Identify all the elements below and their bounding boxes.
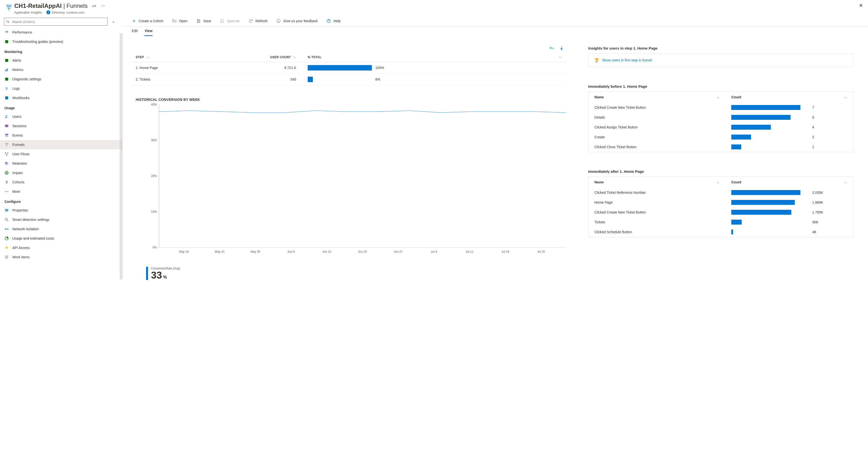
sidebar-item-performance[interactable]: Performance (0, 28, 123, 37)
y-tick: 40% (151, 103, 157, 106)
sidebar-item-users[interactable]: Users (0, 112, 123, 121)
more-icon[interactable] (101, 4, 105, 8)
nav-label: Users (12, 114, 22, 119)
table-row[interactable]: Clicked Close Ticket Button1 (588, 142, 853, 152)
sidebar-item-alerts[interactable]: Alerts (0, 56, 123, 65)
svg-point-18 (7, 152, 8, 154)
table-row[interactable]: Clicked Assign Ticket Button4 (588, 122, 853, 132)
table-row[interactable]: 1. Home Page6.721 K100% (132, 62, 566, 74)
sidebar-item-work-items[interactable]: Work Items (0, 253, 123, 262)
sidebar-item-diagnostic-settings[interactable]: Diagnostic settings (0, 74, 123, 84)
close-icon[interactable]: ✕ (859, 2, 863, 8)
sessions-icon (4, 124, 9, 128)
main-content: Create a Cohort Open Save Save As Refres… (123, 16, 868, 290)
svg-point-19 (6, 155, 7, 156)
svg-point-23 (6, 172, 7, 173)
troubleshoot-icon (4, 39, 9, 44)
table-row[interactable]: Clicked Create New Ticket Button1.765K (588, 207, 853, 217)
diagnostic-icon (4, 77, 9, 81)
smartdetect-icon (4, 218, 9, 222)
logs-icon (4, 86, 9, 91)
api-icon (4, 245, 9, 250)
col-user-count[interactable]: USER COUNT↑↓ (211, 53, 300, 62)
col-step[interactable]: STEP↑↓ (132, 53, 211, 62)
sidebar-item-troubleshooting-guides-preview-[interactable]: Troubleshooting guides (preview) (0, 37, 123, 46)
table-row[interactable]: Home Page1.869K (588, 197, 853, 207)
sidebar-item-sessions[interactable]: Sessions (0, 121, 123, 131)
sidebar-item-usage-and-estimated-costs[interactable]: Usage and estimated costs (0, 234, 123, 243)
sidebar-item-funnels[interactable]: Funnels (0, 140, 123, 150)
svg-point-26 (6, 183, 7, 184)
y-tick: 30% (151, 138, 157, 142)
svg-rect-8 (7, 68, 8, 71)
after-col-name[interactable]: Name (588, 177, 708, 188)
after-table: Name ↑↓ Count ↑↓ Clicked Ticket Referenc… (588, 177, 853, 237)
tab-view[interactable]: View (145, 29, 153, 36)
sidebar-item-metrics[interactable]: Metrics (0, 65, 123, 74)
svg-point-0 (102, 6, 102, 6)
sidebar-item-logs[interactable]: Logs (0, 84, 123, 93)
nav-label: Retention (12, 161, 27, 165)
sidebar-item-api-access[interactable]: API Access (0, 243, 123, 253)
svg-point-3 (7, 21, 9, 23)
svg-rect-9 (5, 78, 8, 80)
refresh-button[interactable]: Refresh (248, 19, 268, 23)
svg-point-27 (5, 191, 6, 192)
show-users-link[interactable]: Show users in first step in funnel (602, 58, 652, 62)
nav-label: Metrics (12, 68, 24, 72)
svg-point-37 (277, 19, 280, 23)
sidebar-scrollbar[interactable] (120, 33, 123, 280)
x-tick: Jun 20 (358, 250, 367, 254)
directory-link[interactable]: i Directory: contoso.com (46, 10, 85, 14)
funnels-icon (4, 142, 9, 147)
tab-edit[interactable]: Edit (132, 29, 138, 36)
insights-column: Insights for users in step 1. Home Page … (588, 46, 853, 280)
history-title: HISTORICAL CONVERSION BY WEEK (136, 98, 566, 102)
nav-label: Work Items (12, 255, 30, 259)
nav-label: Logs (12, 87, 20, 91)
sidebar-item-network-isolation[interactable]: Network Isolation (0, 224, 123, 234)
pin-icon[interactable] (92, 4, 96, 8)
col-pct-total[interactable]: % TOTAL (300, 53, 531, 62)
open-button[interactable]: Open (172, 19, 187, 23)
sidebar-item-properties[interactable]: Properties (0, 205, 123, 215)
x-tick: Jun 13 (322, 250, 331, 254)
sidebar-item-cohorts[interactable]: Cohorts (0, 177, 123, 187)
svg-point-35 (7, 229, 8, 230)
feedback-button[interactable]: Give us your feedback (276, 19, 317, 23)
before-col-name[interactable]: Name (588, 92, 708, 103)
table-row[interactable]: Tickets308 (588, 217, 853, 227)
nav-label: Alerts (12, 58, 21, 62)
pin-chart-icon[interactable] (559, 46, 564, 51)
page-header: CH1-RetailAppAI | Funnels Application In… (0, 0, 868, 16)
nav-label: Diagnostic settings (12, 77, 41, 81)
help-button[interactable]: Help (327, 19, 340, 23)
sidebar-item-user-flows[interactable]: User Flows (0, 150, 123, 159)
table-row[interactable]: Clicked Ticket Reference Number2.035K (588, 188, 853, 197)
sidebar-item-events[interactable]: Events (0, 131, 123, 140)
table-row[interactable]: Clicked Create New Ticket Button7 (588, 103, 853, 112)
table-row[interactable]: Clicked Schedule Button48 (588, 227, 853, 237)
search-input[interactable] (4, 18, 107, 26)
x-tick: May 16 (179, 250, 189, 254)
svg-point-34 (5, 229, 6, 230)
before-col-count[interactable]: Count (725, 92, 806, 103)
svg-point-32 (7, 209, 8, 210)
nav-group-configure: Configure (0, 196, 123, 205)
save-button[interactable]: Save (196, 19, 211, 23)
page-title: CH1-RetailAppAI | Funnels (14, 2, 88, 9)
col-pct-sort[interactable]: ↑↓ (531, 53, 566, 62)
sidebar-item-retention[interactable]: Retention (0, 159, 123, 168)
table-row[interactable]: 2. Tickets5458% (132, 74, 566, 85)
create-cohort-button[interactable]: Create a Cohort (132, 19, 163, 23)
trophy-icon: 🏆 (594, 58, 599, 62)
table-row[interactable]: Details6 (588, 112, 853, 122)
undo-icon[interactable] (549, 46, 554, 51)
sidebar-item-workbooks[interactable]: Workbooks (0, 93, 123, 103)
table-row[interactable]: Create2 (588, 132, 853, 142)
collapse-sidebar-icon[interactable]: « (113, 20, 115, 24)
sidebar-item-impact[interactable]: Impact (0, 168, 123, 177)
sidebar-item-smart-detection-settings[interactable]: Smart detection settings (0, 215, 123, 224)
sidebar-item-more[interactable]: More (0, 187, 123, 196)
after-col-count[interactable]: Count (725, 177, 806, 188)
